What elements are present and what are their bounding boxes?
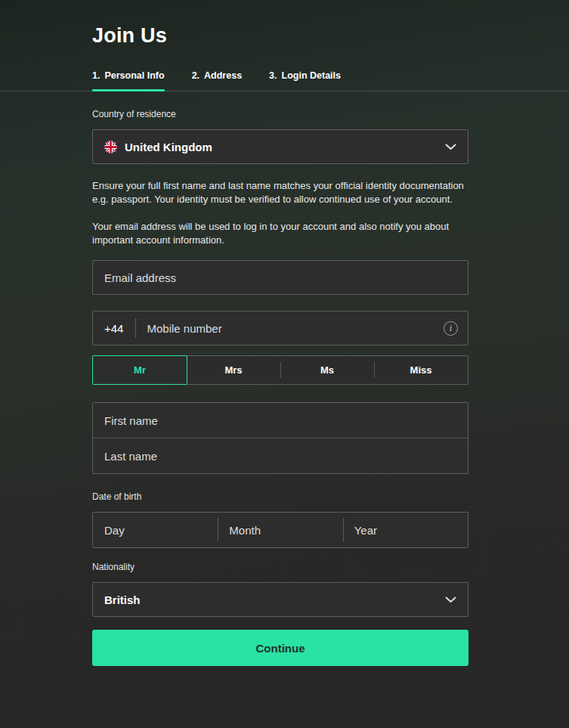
title-option-mr[interactable]: Mr bbox=[92, 355, 187, 385]
country-of-residence-label: Country of residence bbox=[92, 109, 468, 119]
nationality-selected-value: British bbox=[104, 593, 141, 606]
first-name-input[interactable] bbox=[93, 403, 468, 438]
nationality-select[interactable]: British bbox=[92, 582, 468, 617]
dob-month-input[interactable] bbox=[218, 513, 342, 547]
chevron-down-icon bbox=[445, 144, 456, 150]
page-title: Join Us bbox=[92, 24, 468, 48]
tab-number: 3. bbox=[269, 70, 277, 81]
dob-day-segment bbox=[93, 513, 218, 547]
dob-year-segment bbox=[343, 513, 468, 547]
tab-number: 1. bbox=[92, 70, 100, 81]
country-selected-value: United Kingdom bbox=[125, 141, 212, 153]
email-note: Your email address will be used to log i… bbox=[92, 220, 468, 247]
tab-label: Personal Info bbox=[104, 70, 164, 81]
title-option-ms[interactable]: Ms bbox=[280, 356, 374, 384]
continue-button[interactable]: Continue bbox=[92, 630, 468, 666]
last-name-input[interactable] bbox=[93, 438, 468, 473]
mobile-number-input[interactable] bbox=[136, 311, 444, 345]
tab-label: Login Details bbox=[282, 70, 341, 81]
step-tabs-bar: 1.Personal Info 2.Address 3.Login Detail… bbox=[0, 66, 569, 91]
date-of-birth-label: Date of birth bbox=[92, 491, 468, 502]
tab-label: Address bbox=[204, 70, 242, 81]
tab-login-details[interactable]: 3.Login Details bbox=[269, 66, 341, 91]
title-option-mrs[interactable]: Mrs bbox=[187, 356, 280, 384]
dob-month-segment bbox=[218, 513, 342, 547]
chevron-down-icon bbox=[445, 596, 456, 603]
name-fields-group bbox=[92, 402, 468, 474]
dob-day-input[interactable] bbox=[93, 513, 218, 547]
step-tabs: 1.Personal Info 2.Address 3.Login Detail… bbox=[92, 66, 468, 91]
dob-year-input[interactable] bbox=[343, 513, 468, 547]
date-of-birth-group bbox=[92, 512, 468, 548]
email-input[interactable] bbox=[92, 260, 468, 295]
identity-note: Ensure your full first name and last nam… bbox=[92, 179, 468, 206]
uk-flag-icon bbox=[104, 141, 117, 153]
country-select[interactable]: United Kingdom bbox=[92, 129, 468, 164]
nationality-label: Nationality bbox=[92, 562, 468, 572]
title-segmented-control: Mr Mrs Ms Miss bbox=[92, 355, 468, 385]
tab-personal-info[interactable]: 1.Personal Info bbox=[92, 66, 165, 91]
title-option-miss[interactable]: Miss bbox=[374, 356, 468, 384]
join-us-page: Join Us 1.Personal Info 2.Address 3.Logi… bbox=[0, 0, 569, 666]
info-icon[interactable]: i bbox=[444, 321, 458, 336]
mobile-number-field[interactable]: +44 i bbox=[92, 311, 468, 345]
tab-address[interactable]: 2.Address bbox=[192, 66, 242, 91]
dialing-code-prefix: +44 bbox=[93, 322, 135, 335]
tab-number: 2. bbox=[192, 70, 199, 81]
